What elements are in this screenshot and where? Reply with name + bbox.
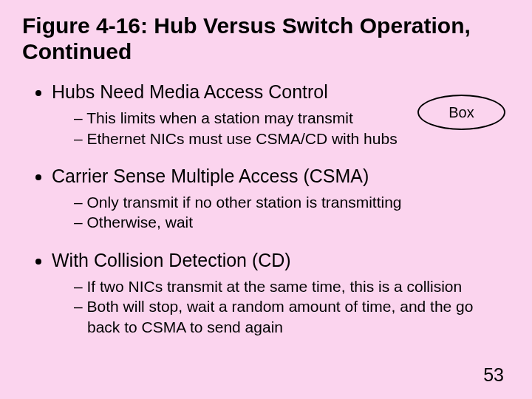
bullet-1-text: Hubs Need Media Access Control: [52, 81, 328, 102]
box-callout: Box: [417, 95, 502, 127]
subbullet-1-2: Ethernet NICs must use CSMA/CD with hubs: [74, 129, 510, 149]
subbullet-3-1: If two NICs transmit at the same time, t…: [74, 276, 510, 296]
bullet-3: With Collision Detection (CD) If two NIC…: [52, 249, 510, 337]
bullet-section-2: Carrier Sense Multiple Access (CSMA) Onl…: [22, 165, 510, 233]
box-ellipse: Box: [417, 95, 505, 130]
page-number: 53: [483, 364, 504, 386]
subbullet-2-1: Only transmit if no other station is tra…: [74, 192, 510, 212]
slide-title: Figure 4-16: Hub Versus Switch Operation…: [22, 13, 510, 64]
bullet-2-text: Carrier Sense Multiple Access (CSMA): [52, 166, 369, 186]
slide: Figure 4-16: Hub Versus Switch Operation…: [0, 0, 532, 399]
bullet-3-text: With Collision Detection (CD): [52, 250, 291, 270]
subbullet-3-2: Both will stop, wait a random amount of …: [74, 296, 510, 337]
subbullet-2-2: Otherwise, wait: [74, 212, 510, 232]
bullet-section-3: With Collision Detection (CD) If two NIC…: [22, 249, 510, 337]
bullet-2: Carrier Sense Multiple Access (CSMA) Onl…: [52, 165, 510, 233]
box-label: Box: [449, 104, 474, 121]
